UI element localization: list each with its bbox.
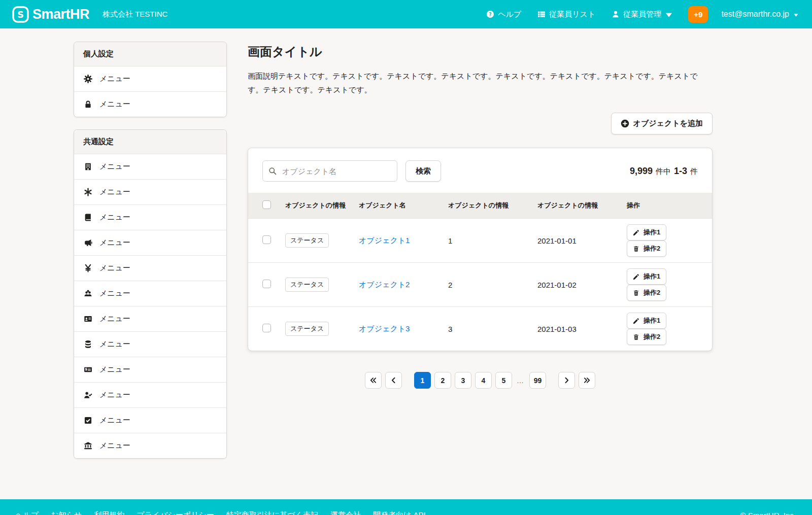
building-icon [83, 162, 92, 171]
sidebar: 個人設定メニューメニュー共通設定メニューメニューメニューメニューメニューメニュー… [74, 42, 227, 471]
delete-action-button[interactable]: 操作2 [627, 241, 666, 257]
sidebar-item-bullhorn[interactable]: メニュー [74, 230, 226, 255]
footer-links: ヘルプお知らせ利用規約プライバシーポリシー特定商取引法に基づく表記運営会社開発者… [15, 510, 426, 515]
sidebar-item-label: メニュー [99, 365, 130, 374]
sidebar-item-user-check[interactable]: メニュー [74, 382, 226, 407]
sidebar-item-label: メニュー [99, 390, 130, 400]
sidebar-item-money-check[interactable]: $メニュー [74, 357, 226, 382]
column-header: オブジェクトの情報 [448, 193, 537, 219]
search-input[interactable] [262, 160, 397, 182]
sidebar-item-gear[interactable]: メニュー [74, 66, 226, 91]
pencil-icon [633, 229, 639, 236]
sidebar-item-label: メニュー [99, 416, 130, 425]
edit-action-button[interactable]: 操作1 [627, 313, 666, 329]
row-checkbox[interactable] [262, 324, 271, 332]
pagination-next[interactable] [558, 372, 575, 389]
app-header: S SmartHR 株式会社 TESTINC ?ヘルプ従業員リスト従業員管理 +… [0, 0, 812, 28]
pagination-page-1[interactable]: 1 [414, 372, 431, 389]
search-icon [268, 167, 277, 175]
delete-action-button[interactable]: 操作2 [627, 285, 666, 301]
edit-action-button[interactable]: 操作1 [627, 268, 666, 285]
pagination-page-99[interactable]: 99 [529, 372, 546, 389]
smarthr-logo[interactable]: S SmartHR [12, 6, 89, 23]
header-nav-label: 従業員管理 [623, 10, 661, 19]
delete-action-label: 操作2 [644, 332, 660, 341]
pagination-last[interactable] [579, 372, 595, 389]
object-link[interactable]: オブジェクト1 [359, 236, 410, 245]
footer-link[interactable]: お知らせ [51, 510, 82, 515]
sidebar-item-book[interactable]: メニュー [74, 204, 226, 230]
main-content: 画面タイトル 画面説明テキストです。テキストです。テキストです。テキストです。テ… [248, 42, 713, 389]
column-header: オブジェクト名 [359, 193, 448, 219]
header-nav-user[interactable]: 従業員管理 [612, 10, 673, 19]
trash-icon [633, 334, 639, 340]
sidebar-item-label: メニュー [99, 339, 130, 349]
status-badge: ステータス [285, 233, 329, 248]
footer-link[interactable]: 特定商取引法に基づく表記 [226, 510, 318, 515]
sidebar-item-lock[interactable]: メニュー [74, 91, 226, 117]
pagination-page-2[interactable]: 2 [434, 372, 451, 389]
pagination-page-4[interactable]: 4 [475, 372, 492, 389]
pagination-prev[interactable] [385, 372, 402, 389]
sidebar-item-database[interactable]: メニュー [74, 331, 226, 357]
sidebar-item-building[interactable]: メニュー [74, 154, 226, 179]
delete-action-label: 操作2 [644, 288, 660, 297]
landmark-icon [83, 441, 92, 450]
footer-link[interactable]: 運営会社 [330, 510, 361, 515]
object-info-cell: 1 [448, 219, 537, 263]
notification-badge[interactable]: +9 [688, 6, 708, 23]
logo-text: SmartHR [32, 7, 89, 22]
select-all-checkbox[interactable] [262, 200, 271, 209]
pagination-page-3[interactable]: 3 [455, 372, 471, 389]
header-nav-help[interactable]: ?ヘルプ [486, 10, 521, 19]
add-object-button-label: オブジェクトを追加 [633, 119, 703, 128]
sidebar-item-label: メニュー [99, 314, 130, 324]
sidebar-item-users[interactable]: メニュー [74, 281, 226, 306]
header-nav-label: ヘルプ [498, 10, 521, 19]
sidebar-item-label: メニュー [99, 238, 130, 248]
sidebar-item-yen[interactable]: メニュー [74, 255, 226, 281]
sidebar-item-id-card[interactable]: メニュー [74, 306, 226, 331]
chevrons-right-icon [583, 376, 591, 384]
footer-link[interactable]: 開発者向け API [373, 510, 426, 515]
plus-circle-icon [621, 119, 629, 128]
object-table: オブジェクトの情報 オブジェクト名 オブジェクトの情報 オブジェクトの情報 操作… [248, 193, 712, 351]
list-icon [537, 10, 546, 18]
footer-link[interactable]: 利用規約 [94, 510, 124, 515]
row-checkbox[interactable] [262, 280, 271, 288]
sidebar-item-asterisk[interactable]: メニュー [74, 179, 226, 204]
sidebar-section-title: 個人設定 [74, 42, 226, 66]
sidebar-item-check-square[interactable]: メニュー [74, 407, 226, 433]
delete-action-label: 操作2 [644, 244, 660, 253]
sidebar-item-label: メニュー [99, 74, 130, 84]
pagination-first[interactable] [365, 372, 382, 389]
add-object-button[interactable]: オブジェクトを追加 [611, 113, 713, 134]
status-badge: ステータス [285, 278, 329, 292]
delete-action-button[interactable]: 操作2 [627, 329, 666, 345]
chevrons-left-icon [369, 376, 377, 384]
footer-link[interactable]: プライバシーポリシー [137, 510, 214, 515]
search-button[interactable]: 検索 [405, 160, 441, 182]
header-nav-list[interactable]: 従業員リスト [537, 10, 595, 19]
smarthr-logo-icon: S [12, 6, 29, 23]
user-icon [612, 10, 620, 18]
money-check-icon: $ [83, 365, 92, 374]
footer-link[interactable]: ヘルプ [15, 510, 39, 515]
edit-action-button[interactable]: 操作1 [627, 224, 666, 241]
column-header: オブジェクトの情報 [285, 193, 359, 219]
object-link[interactable]: オブジェクト3 [359, 324, 410, 333]
asterisk-icon [83, 188, 92, 196]
table-row: ステータスオブジェクト222021-01-02操作1操作2 [248, 263, 712, 307]
account-menu[interactable]: test@smarthr.co.jp [721, 10, 799, 19]
row-checkbox[interactable] [262, 235, 271, 244]
sidebar-item-label: メニュー [99, 162, 130, 171]
edit-action-label: 操作1 [644, 272, 660, 281]
svg-text:?: ? [489, 12, 492, 17]
sidebar-item-label: メニュー [99, 441, 130, 451]
sidebar-item-label: メニュー [99, 289, 130, 298]
pagination-page-5[interactable]: 5 [495, 372, 512, 389]
yen-icon [83, 264, 92, 272]
object-link[interactable]: オブジェクト2 [359, 280, 410, 289]
table-row: ステータスオブジェクト112021-01-01操作1操作2 [248, 219, 712, 263]
sidebar-item-landmark[interactable]: メニュー [74, 433, 226, 458]
